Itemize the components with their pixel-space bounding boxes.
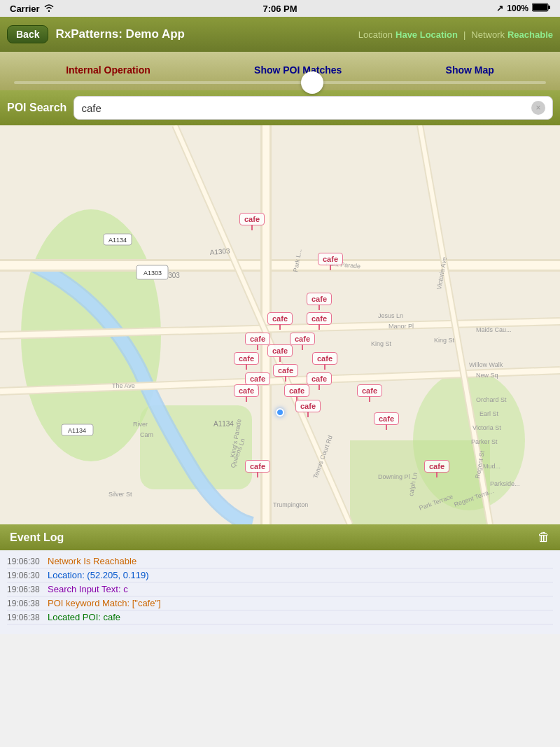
map-container[interactable]: A1303 A1134 A1303 A1303 A1134 A1134 Jesu… — [0, 125, 560, 524]
carrier-label: Carrier — [10, 4, 40, 14]
svg-text:New Sq: New Sq — [476, 372, 498, 379]
svg-text:Victoria St: Victoria St — [472, 424, 501, 431]
svg-text:A1134: A1134 — [108, 237, 127, 244]
nav-status: Location Have Location | Network Reachab… — [358, 29, 553, 40]
poi-clear-button[interactable]: × — [531, 101, 545, 115]
log-time: 19:06:30 — [7, 571, 41, 580]
svg-text:The Ave: The Ave — [112, 382, 135, 389]
svg-text:Manor Pl: Manor Pl — [388, 323, 414, 330]
svg-text:Mud...: Mud... — [483, 463, 500, 470]
svg-text:Trumpington: Trumpington — [273, 501, 308, 508]
event-log-header: Event Log 🗑 — [0, 524, 560, 550]
nav-bar: Back RxPatterns: Demo App Location Have … — [0, 17, 560, 52]
log-time: 19:06:38 — [7, 613, 41, 622]
svg-text:Silver St: Silver St — [108, 491, 132, 498]
log-message: Location: (52.205, 0.119) — [48, 570, 149, 580]
log-entry: 19:06:30Location: (52.205, 0.119) — [7, 568, 553, 582]
log-time: 19:06:38 — [7, 585, 41, 594]
log-entry: 19:06:38Search Input Text: c — [7, 582, 553, 596]
user-location-dot — [276, 408, 284, 417]
svg-text:Willow Walk: Willow Walk — [469, 361, 503, 368]
svg-text:Parker St: Parker St — [471, 438, 498, 445]
svg-rect-2 — [533, 4, 547, 11]
log-time: 19:06:30 — [7, 557, 41, 566]
svg-text:A1303: A1303 — [144, 270, 162, 277]
status-left: Carrier — [10, 4, 55, 14]
wifi-icon — [43, 4, 55, 14]
svg-text:Parkside...: Parkside... — [490, 480, 520, 487]
svg-rect-1 — [548, 6, 550, 9]
svg-text:A1134: A1134 — [214, 420, 234, 428]
segment-show-map[interactable]: Show Map — [440, 62, 500, 78]
network-label: Network — [471, 29, 505, 40]
network-value: Reachable — [507, 29, 553, 40]
segment-bar: Internal Operation Show POI Matches Show… — [0, 52, 560, 90]
nav-title: RxPatterns: Demo App — [55, 27, 351, 41]
svg-text:Maids Cau...: Maids Cau... — [476, 326, 512, 333]
log-message: Search Input Text: c — [48, 584, 128, 594]
segment-controls: Internal Operation Show POI Matches Show… — [14, 62, 546, 78]
poi-label: POI Search — [7, 102, 66, 114]
event-log-entries: 19:06:30Network Is Reachable19:06:30Loca… — [0, 550, 560, 634]
location-label: Location — [358, 29, 393, 40]
battery-label: 100% — [507, 4, 528, 13]
location-value: Have Location — [396, 29, 458, 40]
segment-show-poi[interactable]: Show POI Matches — [248, 62, 347, 78]
location-arrow-icon: ↗ — [496, 4, 503, 13]
log-message: Located POI: cafe — [48, 612, 120, 622]
status-time: 7:06 PM — [262, 4, 297, 14]
status-right: ↗ 100% — [496, 3, 550, 14]
log-time: 19:06:38 — [7, 599, 41, 608]
poi-search-input[interactable] — [81, 102, 527, 114]
poi-section: POI Search × — [0, 90, 560, 125]
clear-log-button[interactable]: 🗑 — [538, 530, 550, 545]
svg-text:King St: King St — [371, 340, 392, 347]
slider-track — [14, 81, 546, 84]
event-log-title: Event Log — [10, 531, 64, 544]
slider-thumb[interactable] — [301, 71, 323, 94]
back-button[interactable]: Back — [7, 25, 48, 43]
svg-text:Cam: Cam — [140, 431, 153, 438]
svg-text:Earl St: Earl St — [479, 410, 499, 417]
segment-internal-operation[interactable]: Internal Operation — [60, 62, 156, 78]
svg-text:King St: King St — [434, 337, 455, 344]
svg-text:Downing Pl: Downing Pl — [378, 473, 410, 480]
svg-text:Jesus Ln: Jesus Ln — [378, 312, 403, 319]
battery-icon — [532, 3, 550, 14]
log-message: Network Is Reachable — [48, 556, 136, 566]
log-entry: 19:06:38POI keyword Match: ["cafe"] — [7, 596, 553, 610]
svg-text:Orchard St: Orchard St — [476, 396, 507, 403]
svg-text:A1134: A1134 — [68, 427, 86, 434]
log-entry: 19:06:30Network Is Reachable — [7, 554, 553, 568]
log-entry: 19:06:38Located POI: cafe — [7, 610, 553, 624]
map-background: A1303 A1134 A1303 A1303 A1134 A1134 Jesu… — [0, 125, 560, 524]
status-bar: Carrier 7:06 PM ↗ 100% — [0, 0, 560, 17]
svg-text:River: River — [133, 421, 148, 428]
log-message: POI keyword Match: ["cafe"] — [48, 598, 161, 608]
poi-input-wrapper: × — [74, 96, 553, 120]
